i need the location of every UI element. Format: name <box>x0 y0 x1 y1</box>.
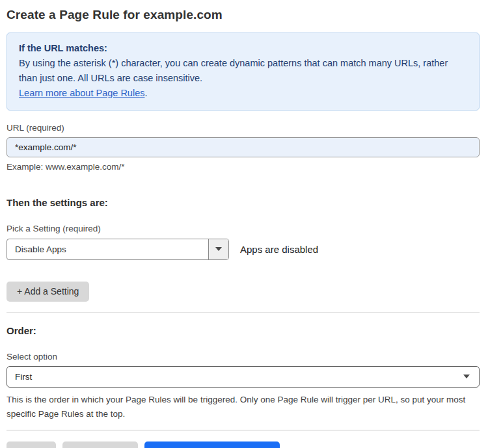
setting-dropdown-caret-button[interactable] <box>208 239 228 259</box>
setting-description: Apps are disabled <box>240 244 318 255</box>
cancel-button[interactable]: Cancel <box>7 441 56 448</box>
url-match-info-box: If the URL matches: By using the asteris… <box>7 33 480 111</box>
save-and-deploy-button[interactable]: Save and Deploy Page Rule <box>144 441 280 448</box>
order-description: This is the order in which your Page Rul… <box>7 393 480 422</box>
info-box-link-row: Learn more about Page Rules. <box>19 86 467 101</box>
settings-section-heading: Then the settings are: <box>7 197 480 208</box>
divider <box>7 430 480 430</box>
url-field-label: URL (required) <box>7 123 480 133</box>
url-example-helper: Example: www.example.com/* <box>7 162 480 172</box>
order-select-value: First <box>15 372 32 382</box>
info-box-heading: If the URL matches: <box>19 41 467 56</box>
create-page-rule-panel: Create a Page Rule for example.com If th… <box>0 0 488 448</box>
save-as-draft-button[interactable]: Save as Draft <box>62 441 139 448</box>
learn-more-link[interactable]: Learn more about Page Rules <box>19 88 144 98</box>
setting-dropdown-value: Disable Apps <box>7 239 208 259</box>
footer-actions: Cancel Save as Draft Save and Deploy Pag… <box>7 441 480 448</box>
add-setting-button[interactable]: + Add a Setting <box>7 282 89 302</box>
setting-dropdown[interactable]: Disable Apps <box>7 239 229 260</box>
order-section-heading: Order: <box>7 325 480 336</box>
pick-setting-label: Pick a Setting (required) <box>7 224 480 233</box>
link-suffix: . <box>144 88 147 98</box>
divider <box>7 312 480 313</box>
url-input[interactable] <box>7 137 480 157</box>
info-box-body: By using the asterisk (*) character, you… <box>19 56 467 86</box>
chevron-down-icon <box>215 247 222 251</box>
chevron-down-icon <box>463 375 470 378</box>
order-select-label: Select option <box>7 352 480 362</box>
order-select[interactable]: First <box>7 366 480 388</box>
setting-row: Disable Apps Apps are disabled <box>7 239 480 260</box>
page-title: Create a Page Rule for example.com <box>7 8 480 22</box>
